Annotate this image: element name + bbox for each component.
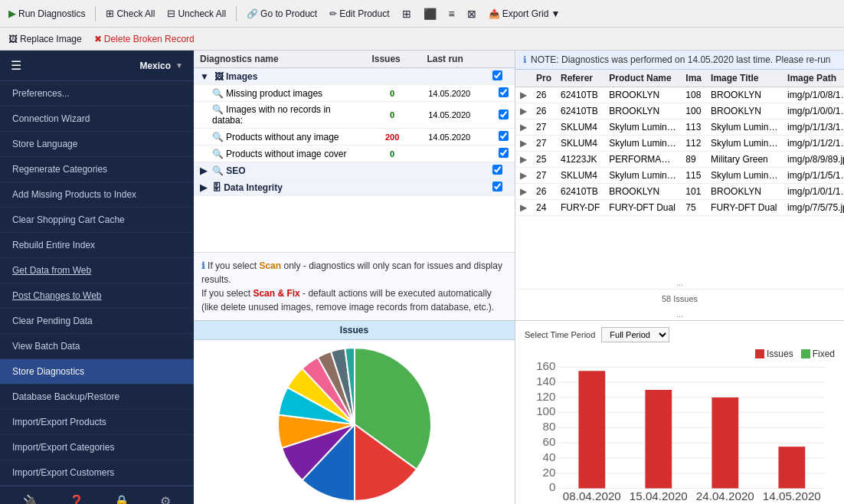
expand-integrity-icon: ▶ xyxy=(200,182,207,193)
sidebar-help-icon[interactable]: ❓ xyxy=(69,494,84,504)
sidebar-settings-icon[interactable]: ⚙ xyxy=(160,494,171,504)
no-image-icon: 🔍 xyxy=(212,132,224,142)
legend-fixed-box xyxy=(801,349,810,358)
row-imagetitle: Skylum Luminar 4 xyxy=(706,136,783,152)
row-expand: ▶ xyxy=(515,200,532,216)
bar-issues xyxy=(712,398,738,489)
more-dots-bottom: ... xyxy=(515,308,844,320)
toolbar-icon4-button[interactable]: ⊠ xyxy=(463,6,480,21)
bar-issues xyxy=(578,371,605,488)
pie-container xyxy=(270,340,439,504)
integrity-group-label: Data Integrity xyxy=(224,182,283,193)
diag-row-no-image: 🔍 Products without any image 200 14.05.2… xyxy=(194,129,515,146)
col-check-header xyxy=(480,51,515,68)
delete-broken-record-button[interactable]: ✖ Delete Broken Record xyxy=(90,32,198,46)
sidebar-label-preferences: Preferences... xyxy=(12,88,70,99)
sidebar-item-add-missing[interactable]: Add Missing Products to Index xyxy=(0,182,194,208)
uncheck-all-button[interactable]: ⊟ Uncheck All xyxy=(163,6,230,21)
sidebar-label-db-backup: Database Backup/Restore xyxy=(12,391,119,402)
sidebar-item-store-diagnostics[interactable]: Store Diagnostics xyxy=(0,359,194,385)
no-image-checkbox[interactable] xyxy=(499,131,509,141)
row-referer: SKLUM4 xyxy=(556,136,604,152)
period-select[interactable]: Full Period Last Month Last Week xyxy=(601,327,669,342)
sidebar-item-connection-wizard[interactable]: Connection Wizard xyxy=(0,106,194,132)
no-cover-label: Products without image cover xyxy=(226,149,346,159)
sidebar-item-import-categories[interactable]: Import/Export Categories xyxy=(0,435,194,460)
sidebar-item-regenerate-categories[interactable]: Regenerate Categories xyxy=(0,157,194,182)
row-ima: 101 xyxy=(681,184,706,200)
note-bar-info-icon: ℹ xyxy=(523,54,527,65)
images-group-checkbox[interactable] xyxy=(492,70,502,80)
diag-group-seo[interactable]: ▶ 🔍 SEO xyxy=(194,162,515,179)
row-pro: 24 xyxy=(532,200,556,216)
sidebar-item-db-backup[interactable]: Database Backup/Restore xyxy=(0,385,194,410)
no-cover-lastrun xyxy=(410,146,480,162)
sidebar-item-rebuild-index[interactable]: Rebuild Entire Index xyxy=(0,233,194,258)
play-icon: ▶ xyxy=(8,8,16,19)
row-ima: 115 xyxy=(681,168,706,184)
sidebar-label-get-data: Get Data from Web xyxy=(12,265,91,276)
row-referer: FURY-DF xyxy=(556,200,604,216)
sidebar-item-store-language[interactable]: Store Language xyxy=(0,132,194,157)
toolbar-icon1-button[interactable]: ⊞ xyxy=(398,6,415,21)
divider2 xyxy=(236,6,237,21)
table-row: ▶ 27 SKLUM4 Skylum Luminar 4 112 Skylum … xyxy=(515,136,844,152)
seo-group-checkbox[interactable] xyxy=(492,165,502,175)
diag-group-data-integrity[interactable]: ▶ 🗄 Data Integrity xyxy=(194,179,515,196)
sidebar-item-import-products[interactable]: Import/Export Products xyxy=(0,410,194,435)
diagnostics-note: ℹ If you select Scan only - diagnostics … xyxy=(194,252,515,320)
content-bottom: Issues Select Time Period Full Period La… xyxy=(194,320,844,504)
seo-group-icon: 🔍 xyxy=(212,165,224,176)
no-records-label: Images with no records in databa: xyxy=(212,104,331,126)
bar-date-label: 14.05.2020 xyxy=(763,489,821,502)
toolbar-icon2-button[interactable]: ⬛ xyxy=(420,6,440,21)
row-pro: 27 xyxy=(532,136,556,152)
y-label: 40 xyxy=(543,450,556,463)
legend-issues: Issues xyxy=(755,349,793,359)
run-diagnostics-button[interactable]: ▶ Run Diagnostics xyxy=(5,6,89,21)
row-imagepath: img/p/1/1/2/112.j xyxy=(783,136,844,152)
sidebar-item-import-customers[interactable]: Import/Export Customers xyxy=(0,460,194,486)
sidebar-plug-icon[interactable]: 🔌 xyxy=(23,494,38,504)
delete-icon: ✖ xyxy=(94,34,102,44)
no-records-checkbox[interactable] xyxy=(499,110,509,119)
diagnostics-table: Diagnostics name Issues Last run ▼ xyxy=(194,51,515,196)
bar-date-label: 24.04.2020 xyxy=(696,489,754,502)
go-to-product-button[interactable]: 🔗 Go to Product xyxy=(243,7,321,21)
integrity-group-checkbox[interactable] xyxy=(492,182,502,191)
row-referer: SKLUM4 xyxy=(556,119,604,136)
sidebar-header[interactable]: ☰ Mexico ▼ xyxy=(0,51,194,81)
toolbar-icon3-button[interactable]: ≡ xyxy=(445,6,459,21)
more-dots-top: ... xyxy=(515,277,844,289)
sidebar-item-clear-pending[interactable]: Clear Pending Data xyxy=(0,309,194,334)
pie-chart-svg xyxy=(278,348,431,501)
missing-images-checkbox[interactable] xyxy=(499,87,509,97)
expand-images-icon: ▼ xyxy=(200,71,209,82)
replace-image-button[interactable]: 🖼 Replace Image xyxy=(5,32,86,46)
sidebar-item-view-batch[interactable]: View Batch Data xyxy=(0,334,194,359)
bar-date-label: 15.04.2020 xyxy=(630,489,688,502)
row-pro: 26 xyxy=(532,87,556,103)
sidebar-item-get-data[interactable]: Get Data from Web xyxy=(0,258,194,283)
table-row: ▶ 27 SKLUM4 Skylum Luminar 4 113 Skylum … xyxy=(515,119,844,136)
toolbar-row2: 🖼 Replace Image ✖ Delete Broken Record xyxy=(0,28,844,51)
sidebar-lock-icon[interactable]: 🔒 xyxy=(114,494,129,504)
sidebar-label-connection-wizard: Connection Wizard xyxy=(12,113,90,124)
no-image-count: 200 xyxy=(362,129,410,146)
table-row: ▶ 27 SKLUM4 Skylum Luminar 4 115 Skylum … xyxy=(515,168,844,184)
edit-product-button[interactable]: ✏ Edit Product xyxy=(325,7,393,21)
sidebar-item-post-changes[interactable]: Post Changes to Web xyxy=(0,283,194,309)
check-all-icon: ⊞ xyxy=(106,8,114,19)
sidebar-item-clear-cart[interactable]: Clear Shopping Cart Cache xyxy=(0,208,194,233)
sidebar-item-preferences[interactable]: Preferences... xyxy=(0,81,194,106)
no-cover-checkbox[interactable] xyxy=(499,148,509,158)
check-all-button[interactable]: ⊞ Check All xyxy=(102,6,159,21)
diag-group-images[interactable]: ▼ 🖼 Images xyxy=(194,68,515,85)
hamburger-menu-button[interactable]: ☰ xyxy=(11,58,21,73)
row-productname: FURY-DFT Dual xyxy=(604,200,681,216)
row-imagetitle: Military Green xyxy=(706,152,783,168)
export-grid-button[interactable]: 📤 Export Grid ▼ xyxy=(485,7,564,21)
no-image-label: Products without any image xyxy=(226,132,339,142)
row-ima: 112 xyxy=(681,136,706,152)
table-row: ▶ 26 62410TB BROOKLYN 108 BROOKLYN img/p… xyxy=(515,87,844,103)
